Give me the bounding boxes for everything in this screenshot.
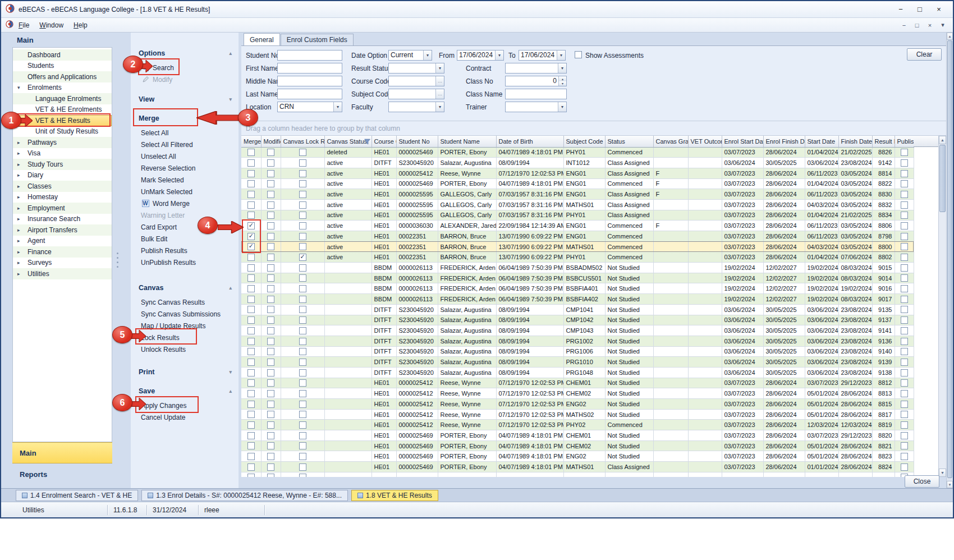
show-assessments-checkbox[interactable] <box>575 51 582 58</box>
checkbox[interactable] <box>901 421 908 429</box>
checkbox[interactable] <box>267 296 274 303</box>
cell-modified[interactable] <box>261 168 281 178</box>
cell-modified[interactable] <box>261 315 281 325</box>
action-cancel-update[interactable]: Cancel Update <box>131 411 238 423</box>
dropdown-icon[interactable]: ▾ <box>423 51 432 60</box>
faculty-select[interactable]: ▾ <box>388 102 444 112</box>
checkbox[interactable] <box>299 285 306 292</box>
action-unselect-all[interactable]: Unselect All <box>131 150 238 162</box>
checkbox[interactable] <box>901 285 908 292</box>
cell-canvas-lock-result[interactable] <box>281 241 324 252</box>
checkbox[interactable] <box>901 463 908 471</box>
checkbox[interactable] <box>267 369 274 377</box>
checkbox[interactable] <box>901 401 908 408</box>
sidebar-item-vet-he-enrolments[interactable]: VET & HE Enrolments <box>13 104 112 116</box>
cell-canvas-lock-result[interactable] <box>281 273 324 283</box>
checkbox[interactable] <box>299 463 306 471</box>
checkbox[interactable] <box>247 159 255 167</box>
table-row[interactable]: HE010000025412Reese, Wynne07/12/1970 12:… <box>241 420 914 430</box>
cell-publish[interactable] <box>895 367 914 378</box>
checkbox[interactable] <box>299 180 306 187</box>
checkbox[interactable] <box>901 212 908 219</box>
cell-publish[interactable] <box>895 399 914 410</box>
spin-down-icon[interactable]: ▾ <box>559 81 566 86</box>
action-select-all-filtered[interactable]: Select All Filtered <box>131 139 238 150</box>
sidebar-item-homestay[interactable]: ▸Homestay <box>13 192 112 203</box>
checkbox[interactable] <box>299 442 306 449</box>
scroll-up-icon[interactable]: ▲ <box>939 136 946 144</box>
table-row[interactable]: activeHE0100022351BARRON, Bruce13/07/199… <box>241 241 914 252</box>
cell-merge[interactable] <box>241 409 261 420</box>
cell-modified[interactable] <box>261 221 281 231</box>
table-row[interactable]: HE010000025412Reese, Wynne07/12/1970 12:… <box>241 378 914 388</box>
checkbox[interactable] <box>267 442 274 449</box>
cell-publish[interactable] <box>895 147 914 158</box>
mdi-restore-button[interactable]: □ <box>911 20 923 30</box>
cell-canvas-lock-result[interactable] <box>281 199 324 210</box>
date-option-select[interactable]: Current ▾ <box>388 50 432 61</box>
checkbox[interactable] <box>901 191 908 198</box>
cell-canvas-lock-result[interactable] <box>281 420 324 430</box>
checkbox[interactable] <box>299 379 306 387</box>
cell-publish[interactable] <box>895 420 914 430</box>
checkbox[interactable] <box>247 348 255 355</box>
action-mark-selected[interactable]: Mark Selected <box>131 174 238 186</box>
checkbox[interactable] <box>247 390 255 397</box>
cell-publish[interactable] <box>895 283 914 294</box>
column-header-start-date[interactable]: Start Date <box>805 136 838 147</box>
nav-group-main[interactable]: Main <box>12 442 112 463</box>
cell-merge[interactable] <box>241 420 261 430</box>
checkbox[interactable] <box>267 254 274 261</box>
cell-modified[interactable] <box>261 430 281 441</box>
form-vertical-scrollbar[interactable]: ▲ ▼ <box>946 33 953 488</box>
cell-canvas-lock-result[interactable] <box>281 357 324 368</box>
checkbox[interactable] <box>299 306 306 313</box>
action-reverse-selection[interactable]: Reverse Selection <box>131 162 238 174</box>
sidebar-item-dashboard[interactable]: Dashboard <box>13 49 112 61</box>
cell-modified[interactable] <box>261 178 281 189</box>
cell-publish[interactable] <box>895 231 914 242</box>
cell-publish[interactable] <box>895 451 914 462</box>
checkbox[interactable] <box>247 180 255 187</box>
mdi-minimize-button[interactable]: − <box>898 20 910 30</box>
cell-modified[interactable] <box>261 199 281 210</box>
cell-modified[interactable] <box>261 189 281 200</box>
sidebar-item-students[interactable]: Students <box>13 61 112 72</box>
table-row[interactable]: activeHE010000025595GALLEGOS, Carly07/03… <box>241 189 914 200</box>
cell-modified[interactable] <box>261 451 281 462</box>
action-bulk-edit[interactable]: Bulk Edit <box>131 233 238 245</box>
scroll-down-icon[interactable]: ▼ <box>947 481 953 488</box>
checkbox[interactable] <box>247 432 255 439</box>
close-window-button[interactable]: × <box>929 3 948 16</box>
action-unlock-results[interactable]: Unlock Results <box>131 343 238 355</box>
cell-merge[interactable] <box>241 210 261 221</box>
column-header-student-name[interactable]: Student Name <box>438 136 496 147</box>
checkbox[interactable] <box>247 369 255 377</box>
checkbox[interactable] <box>299 338 306 345</box>
table-row[interactable]: BBDM0000026113FREDERICK, Arden06/04/1989… <box>241 273 914 283</box>
cell-canvas-lock-result[interactable] <box>281 168 324 178</box>
cell-canvas-lock-result[interactable] <box>281 336 324 346</box>
dropdown-icon[interactable]: ▾ <box>558 102 566 112</box>
cell-modified[interactable] <box>261 158 281 168</box>
cell-canvas-lock-result[interactable] <box>281 231 324 242</box>
sidebar-item-language-enrolments[interactable]: Language Enrolments <box>13 93 112 104</box>
cell-canvas-lock-result[interactable] <box>281 252 324 263</box>
sidebar-item-classes[interactable]: ▸Classes <box>13 181 112 192</box>
toolbar-overflow-icon[interactable]: ▾ <box>937 20 948 30</box>
column-header-subject-code[interactable]: Subject Code <box>563 136 605 147</box>
cell-canvas-lock-result[interactable] <box>281 294 324 305</box>
group-header-canvas[interactable]: Canvas▴ <box>131 282 238 294</box>
cell-canvas-lock-result[interactable] <box>281 430 324 441</box>
cell-modified[interactable] <box>261 440 281 451</box>
checkbox[interactable] <box>267 212 274 219</box>
cell-publish[interactable] <box>895 336 914 346</box>
cell-canvas-lock-result[interactable] <box>281 221 324 231</box>
sidebar-item-diary[interactable]: ▸Diary <box>13 170 112 181</box>
checkbox[interactable] <box>247 264 255 272</box>
checkbox[interactable] <box>299 159 306 167</box>
checkbox[interactable] <box>267 474 274 477</box>
cell-merge[interactable] <box>241 462 261 472</box>
table-row[interactable]: activeHE0100022351BARRON, Bruce13/07/199… <box>241 252 914 263</box>
group-header-options[interactable]: Options▴ <box>131 47 238 59</box>
